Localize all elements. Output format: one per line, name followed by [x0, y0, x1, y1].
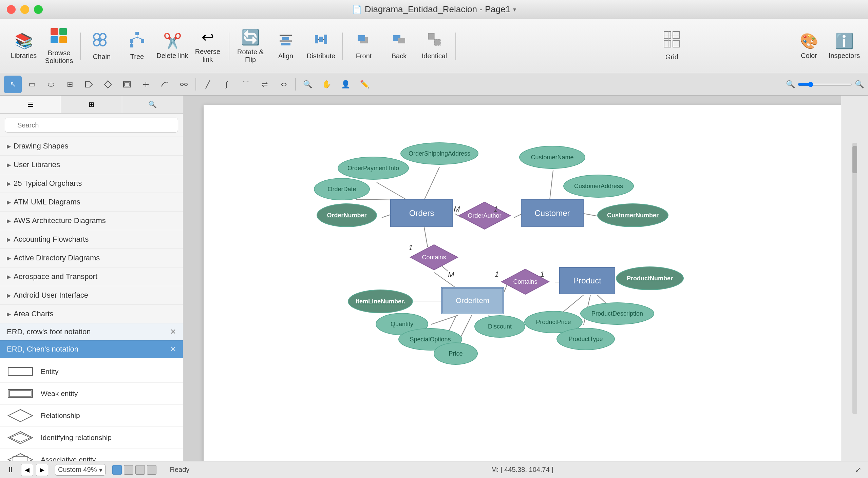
- zoom-in-tool[interactable]: 🔍: [299, 76, 316, 93]
- grid-button[interactable]: Grid: [655, 24, 689, 68]
- pen-tool[interactable]: ✏️: [356, 76, 373, 93]
- sidebar-item-25-orgcharts[interactable]: ▶ 25 Typical Orgcharts: [0, 174, 183, 193]
- attr-price[interactable]: Price: [434, 342, 478, 365]
- canvas[interactable]: OrderShippingAddress OrderPayment Info O…: [204, 105, 841, 461]
- front-button[interactable]: Front: [347, 24, 381, 68]
- zoom-selector[interactable]: Custom 49% ▾: [55, 464, 106, 476]
- table-tool[interactable]: ⊞: [61, 76, 79, 93]
- attr-ordershippingaddress[interactable]: OrderShippingAddress: [400, 142, 478, 165]
- shape-tool-2[interactable]: [99, 76, 117, 93]
- line-tool[interactable]: ╱: [199, 76, 216, 93]
- shape-weak-entity[interactable]: Weak entity: [0, 383, 183, 405]
- reverse-link-button[interactable]: ↩ Reverse link: [191, 24, 225, 68]
- erd-chen-item[interactable]: ERD, Chen's notation ✕: [0, 341, 183, 358]
- sidebar-tab-grid[interactable]: ⊞: [61, 96, 122, 113]
- identical-button[interactable]: Identical: [417, 24, 451, 68]
- canvas-area[interactable]: OrderShippingAddress OrderPayment Info O…: [183, 96, 841, 461]
- sidebar-item-aws[interactable]: ▶ AWS Architecture Diagrams: [0, 212, 183, 230]
- sidebar-item-drawing-shapes[interactable]: ▶ Drawing Shapes: [0, 137, 183, 156]
- attr-ordernumber[interactable]: OrderNumber: [317, 203, 377, 227]
- zoom-slider[interactable]: [798, 82, 852, 87]
- pointer-tool[interactable]: ↖: [4, 76, 22, 93]
- maximize-button[interactable]: [34, 5, 43, 14]
- distribute-button[interactable]: Distribute: [304, 24, 338, 68]
- sidebar-item-area-charts[interactable]: ▶ Area Charts: [0, 305, 183, 323]
- attr-producttype[interactable]: ProductType: [556, 328, 615, 350]
- svg-marker-47: [8, 410, 33, 422]
- page-dot-3[interactable]: [135, 465, 145, 475]
- attr-itemlinenumber[interactable]: ItemLineNumber.: [348, 290, 413, 313]
- shape-tool-4[interactable]: [137, 76, 155, 93]
- arc-tool[interactable]: ⌒: [237, 76, 254, 93]
- sidebar-item-atm-uml[interactable]: ▶ ATM UML Diagrams: [0, 193, 183, 212]
- chevron-icon: ▶: [7, 292, 11, 299]
- cardinality-1b: 1: [409, 243, 413, 252]
- person-tool[interactable]: 👤: [337, 76, 354, 93]
- attr-customername[interactable]: CustomerName: [519, 146, 585, 169]
- shape-relationship[interactable]: Relationship: [0, 405, 183, 427]
- libraries-button[interactable]: 📚 Libraries: [7, 24, 41, 68]
- attr-productnumber[interactable]: ProductNumber: [616, 266, 684, 290]
- shape-tool-1[interactable]: [80, 76, 98, 93]
- attr-customeraddress[interactable]: CustomerAddress: [563, 175, 634, 198]
- entity-orders[interactable]: Orders: [390, 199, 453, 227]
- back-button[interactable]: Back: [382, 24, 416, 68]
- close-button[interactable]: [7, 5, 16, 14]
- rel-orderauthor[interactable]: OrderAuthor: [457, 201, 512, 231]
- attr-orderdate[interactable]: OrderDate: [314, 178, 370, 200]
- rotate-flip-button[interactable]: 🔄 Rotate & Flip: [233, 24, 267, 68]
- attr-productdescription[interactable]: ProductDescription: [580, 302, 654, 325]
- entity-orderitem[interactable]: OrderItem: [441, 287, 504, 314]
- svg-point-7: [100, 40, 106, 46]
- sidebar-item-aerospace[interactable]: ▶ Aerospace and Transport: [0, 267, 183, 286]
- zoom-label: Custom 49%: [58, 466, 97, 474]
- curve-tool[interactable]: ∫: [218, 76, 235, 93]
- browse-solutions-button[interactable]: Browse Solutions: [42, 24, 76, 68]
- chain-button[interactable]: Chain: [85, 24, 119, 68]
- attr-discount[interactable]: Discount: [474, 315, 525, 338]
- page-dot-1[interactable]: [112, 465, 122, 475]
- rel-contains1[interactable]: Contains: [409, 243, 459, 271]
- entity-product[interactable]: Product: [559, 267, 615, 294]
- connector-tool-2[interactable]: ⇔: [275, 76, 293, 93]
- shape-tool-3[interactable]: [118, 76, 136, 93]
- shape-associative[interactable]: Associative entity: [0, 449, 183, 461]
- page-dot-4[interactable]: [147, 465, 156, 475]
- delete-link-button[interactable]: ✂️ Delete link: [155, 24, 189, 68]
- sidebar-item-active-directory[interactable]: ▶ Active Directory Diagrams: [0, 249, 183, 267]
- sidebar-tab-list[interactable]: ☰: [0, 96, 61, 113]
- shape-tool-6[interactable]: [175, 76, 193, 93]
- pan-tool[interactable]: ✋: [318, 76, 335, 93]
- svg-point-4: [94, 34, 100, 40]
- pause-button[interactable]: ⏸: [7, 465, 14, 474]
- page-dot-2[interactable]: [124, 465, 133, 475]
- erd-crowsfoot-item[interactable]: ERD, crow's foot notation ✕: [0, 323, 183, 341]
- prev-page-button[interactable]: ◀: [21, 464, 33, 476]
- shape-tool-5[interactable]: [156, 76, 174, 93]
- connector-tool-1[interactable]: ⇌: [256, 76, 273, 93]
- search-input[interactable]: [5, 118, 178, 133]
- right-panel: [841, 96, 868, 461]
- align-button[interactable]: Align: [269, 24, 303, 68]
- entity-customer[interactable]: Customer: [521, 199, 584, 227]
- next-page-button[interactable]: ▶: [36, 464, 48, 476]
- tree-button[interactable]: Tree: [120, 24, 154, 68]
- attr-orderpaymentinfo[interactable]: OrderPayment Info: [338, 157, 409, 180]
- sidebar-tab-search[interactable]: 🔍: [122, 96, 183, 113]
- sidebar-item-accounting[interactable]: ▶ Accounting Flowcharts: [0, 230, 183, 249]
- inspectors-button[interactable]: ℹ️ Inspectors: [827, 24, 861, 68]
- close-library-icon[interactable]: ✕: [170, 327, 176, 336]
- fit-to-page-icon[interactable]: ⤢: [855, 465, 861, 474]
- rectangle-tool[interactable]: ▭: [23, 76, 41, 93]
- ellipse-tool[interactable]: ⬭: [42, 76, 60, 93]
- zoom-out-icon[interactable]: 🔍: [786, 80, 795, 89]
- sidebar-item-user-libraries[interactable]: ▶ User Libraries: [0, 156, 183, 174]
- sidebar-item-android[interactable]: ▶ Android User Interface: [0, 286, 183, 305]
- attr-customernumber[interactable]: CustomerNumber: [597, 203, 668, 227]
- close-library-icon[interactable]: ✕: [170, 345, 176, 354]
- zoom-in-icon[interactable]: 🔍: [855, 80, 864, 89]
- minimize-button[interactable]: [20, 5, 29, 14]
- shape-entity[interactable]: Entity: [0, 361, 183, 383]
- color-button[interactable]: 🎨 Color: [792, 24, 826, 68]
- shape-identifying-rel[interactable]: Identifying relationship: [0, 427, 183, 449]
